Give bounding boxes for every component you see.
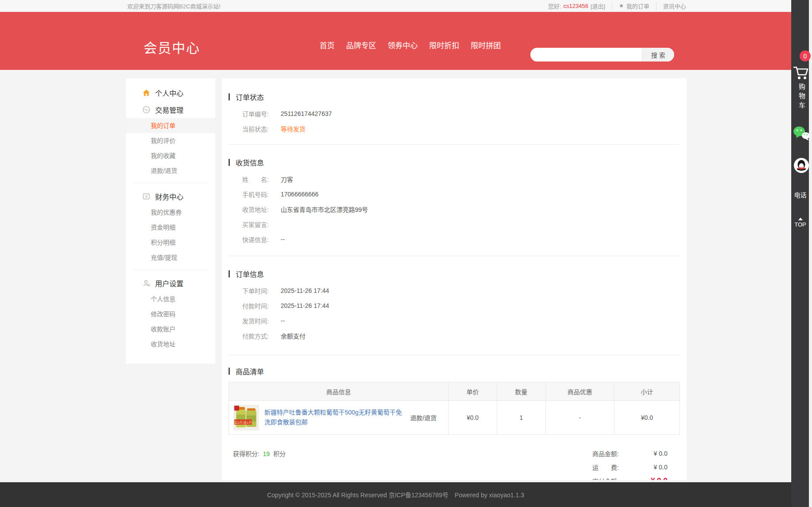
home-icon <box>142 89 150 97</box>
address-row: 收货地址: 山东省青岛市市北区漂亮路99号 <box>229 202 680 217</box>
row-label: 当前状态: <box>242 124 281 133</box>
cart-icon[interactable] <box>793 65 809 81</box>
order-state-value: 等待发货 <box>281 124 305 133</box>
top-utility-bar: 欢迎来到刀客源码网B2C商城演示站! 您好: cs123456 [退出] ★ 我… <box>0 0 791 12</box>
sidebar-item-refunds[interactable]: 退款/退货 <box>126 163 215 178</box>
total-label: 运 费: <box>592 463 619 472</box>
search-input[interactable] <box>530 48 642 61</box>
sidebar-section-personal-center[interactable]: 个人中心 <box>126 84 215 101</box>
cart-label[interactable]: 购物车 <box>797 83 806 111</box>
sidebar-item-change-password[interactable]: 修改密码 <box>126 307 215 322</box>
nav-item-home[interactable]: 首页 <box>320 39 335 50</box>
sidebar-section-trade[interactable]: 交易管理 <box>126 101 215 118</box>
sidebar-item-payment-account[interactable]: 收款账户 <box>126 322 215 337</box>
sidebar-item-recharge-withdraw[interactable]: 充值/提现 <box>126 250 215 265</box>
copyright-text: Copyright © 2015-2025 All Rights Reserve… <box>267 490 524 499</box>
title-bar-icon <box>229 93 230 100</box>
sidebar-item-my-orders[interactable]: 我的订单 <box>126 118 215 133</box>
sidebar-section-label: 用户设置 <box>155 278 183 288</box>
col-subtotal: 小计 <box>614 382 680 401</box>
row-label: 付款时间: <box>242 301 281 310</box>
row-label: 发货时间: <box>242 316 281 325</box>
unit-price-value: ¥0.0 <box>448 401 497 435</box>
sidebar-item-shipping-address[interactable]: 收货地址 <box>126 337 215 352</box>
nav-item-flash-discount[interactable]: 限时折扣 <box>429 39 459 50</box>
shipping-fee-row: 运 费: ¥ 0.0 <box>592 460 667 474</box>
my-orders-group: ★ 我的订单 <box>612 2 656 10</box>
right-float-bar: 0 购物车 电话 TOP <box>791 0 812 507</box>
sidebar-section-finance[interactable]: ¥ 财务中心 <box>126 188 215 205</box>
ship-time-value: -- <box>281 317 285 324</box>
sidebar-item-my-favorites[interactable]: 我的收藏 <box>126 148 215 163</box>
row-label: 买家留言: <box>242 220 281 229</box>
page-footer: Copyright © 2015-2025 All Rights Reserve… <box>0 482 791 507</box>
order-info-section: 订单信息 下单时间: 2025-11-26 17:44 付款时间: 2025-1… <box>229 256 680 355</box>
title-bar-icon <box>229 368 230 375</box>
refund-link[interactable]: 退款/退货 <box>410 413 437 422</box>
product-image-banner: 买2斤送1斤 <box>234 420 252 425</box>
table-header-row: 商品信息 单价 数量 商品优惠 小计 <box>229 382 680 401</box>
points-value: 19 <box>263 450 270 457</box>
sidebar-item-funds-detail[interactable]: 资金明细 <box>126 220 215 235</box>
pay-method-row: 付款方式: 余额支付 <box>229 328 680 343</box>
site-header: 会员中心 首页 品牌专区 领券中心 限时折扣 限时拼团 搜 索 <box>0 12 791 70</box>
subtotal-value: ¥0.0 <box>614 401 680 435</box>
section-title: 订单状态 <box>229 92 680 102</box>
sidebar-item-personal-info[interactable]: 个人信息 <box>126 292 215 307</box>
buyer-message-row: 买家留言: <box>229 217 680 232</box>
search-button[interactable]: 搜 索 <box>642 48 674 61</box>
pay-time-value: 2025-11-26 17:44 <box>281 302 329 309</box>
top-label: TOP <box>794 221 806 228</box>
cart-count-badge: 0 <box>800 50 811 61</box>
order-summary: 获得积分: 19 积分 商品金额: ¥ 0.0 运 费: ¥ 0.0 实付金额: <box>229 435 680 480</box>
scrollbar[interactable] <box>809 0 812 507</box>
finance-icon: ¥ <box>142 192 150 200</box>
topbar-right: 您好: cs123456 [退出] ★ 我的订单 资讯中心 <box>541 2 686 10</box>
back-to-top-button[interactable]: TOP <box>791 218 809 228</box>
product-image[interactable]: 买2斤送1斤 <box>233 405 259 430</box>
welcome-text: 欢迎来到刀客源码网B2C商城演示站! <box>127 2 221 10</box>
site-logo[interactable]: 会员中心 <box>144 37 200 57</box>
goods-amount-value: ¥ 0.0 <box>619 450 667 457</box>
sidebar-item-my-coupons[interactable]: 我的优惠券 <box>126 205 215 220</box>
product-name-link[interactable]: 新疆特产吐鲁番大颗粒葡萄干500g无籽黄葡萄干免洗即食散装包邮 <box>264 408 402 427</box>
nav-item-coupons[interactable]: 领券中心 <box>388 39 418 50</box>
logout-link[interactable]: [退出] <box>591 2 605 10</box>
sidebar-item-points-detail[interactable]: 积分明细 <box>126 235 215 250</box>
discount-value: - <box>545 401 614 435</box>
up-arrow-icon <box>798 218 803 220</box>
phone-value: 17066666666 <box>281 191 319 198</box>
news-group: 资讯中心 <box>656 2 686 10</box>
phone-button[interactable]: 电话 <box>791 190 809 199</box>
order-status-section: 订单状态 订单编号: 251126174427637 当前状态: 等待发货 <box>229 78 680 145</box>
order-time-row: 下单时间: 2025-11-26 17:44 <box>229 283 680 298</box>
totals-block: 商品金额: ¥ 0.0 运 费: ¥ 0.0 实付金额: ¥ 0.0 <box>592 446 667 480</box>
sidebar-item-my-reviews[interactable]: 我的评价 <box>126 133 215 148</box>
username: cs123456 <box>564 3 588 9</box>
user-icon <box>142 279 150 287</box>
qq-icon[interactable] <box>793 157 810 174</box>
section-title: 订单信息 <box>229 269 680 279</box>
points-unit: 积分 <box>273 450 286 457</box>
section-title-text: 收货信息 <box>236 157 264 168</box>
order-state-row: 当前状态: 等待发货 <box>229 121 680 136</box>
row-label: 手机号码: <box>242 190 281 199</box>
news-center-link[interactable]: 资讯中心 <box>663 2 686 10</box>
table-row: 买2斤送1斤 新疆特产吐鲁番大颗粒葡萄干500g无籽黄葡萄干免洗即食散装包邮 退… <box>229 401 680 435</box>
order-number-row: 订单编号: 251126174427637 <box>229 106 680 121</box>
items-table: 商品信息 单价 数量 商品优惠 小计 <box>229 382 680 435</box>
sidebar-divider <box>133 183 208 183</box>
sidebar-divider <box>133 269 208 270</box>
nav-item-brands[interactable]: 品牌专区 <box>346 39 376 50</box>
title-bar-icon <box>229 159 230 166</box>
col-unit-price: 单价 <box>448 382 497 401</box>
address-value: 山东省青岛市市北区漂亮路99号 <box>281 205 368 214</box>
paid-amount-value: ¥ 0.0 <box>619 476 667 480</box>
topbar-my-orders-link[interactable]: 我的订单 <box>626 2 649 10</box>
nav-item-group-buy[interactable]: 限时拼团 <box>471 39 501 50</box>
wechat-icon[interactable] <box>793 126 810 141</box>
star-icon: ★ <box>619 3 624 9</box>
row-label: 收货地址: <box>242 205 281 214</box>
sidebar-section-user-settings[interactable]: 用户设置 <box>126 275 215 292</box>
ship-time-row: 发货时间: -- <box>229 313 680 328</box>
